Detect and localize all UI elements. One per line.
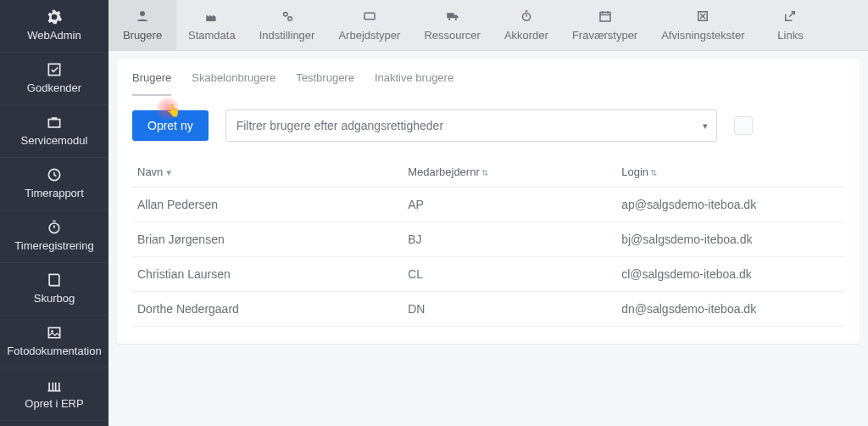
users-tbody: Allan Pedersen AP ap@salgsdemo-iteboa.dk… bbox=[132, 188, 844, 327]
topnav-label: Akkorder bbox=[504, 29, 548, 42]
table-row[interactable]: Christian Laursen CL cl@salgsdemo-iteboa… bbox=[132, 257, 844, 292]
sidebar-item-opret-erp[interactable]: Opret i ERP bbox=[0, 368, 108, 421]
topnav-label: Stamdata bbox=[188, 29, 236, 42]
topnav-label: Brugere bbox=[123, 29, 162, 42]
topnav-item-indstillinger[interactable]: Indstillinger bbox=[248, 0, 327, 50]
users-table: Navn▼ Medarbejdernr⇅ Login⇅ Allan Peders… bbox=[132, 157, 844, 327]
col-header-name[interactable]: Navn▼ bbox=[132, 157, 403, 188]
svg-rect-7 bbox=[364, 13, 375, 20]
sidebar-item-label: Skurbog bbox=[34, 292, 75, 305]
factory-icon bbox=[204, 8, 220, 24]
reject-icon bbox=[695, 8, 710, 24]
sidebar-item-label: Godkender bbox=[27, 81, 81, 94]
topnav-item-ressourcer[interactable]: Ressourcer bbox=[412, 0, 492, 50]
svg-point-6 bbox=[287, 17, 292, 21]
briefcase-icon bbox=[46, 114, 63, 131]
sub-tabs: Brugere Skabelonbrugere Testbrugere Inak… bbox=[117, 59, 860, 96]
main: Brugere Stamdata Indstillinger Arbejdsty… bbox=[108, 0, 868, 426]
filter-select[interactable]: Filtrer brugere efter adgangsrettigheder bbox=[225, 109, 717, 142]
sort-icon: ⇅ bbox=[650, 168, 657, 177]
svg-point-9 bbox=[454, 19, 456, 20]
stopwatch-icon bbox=[519, 8, 534, 24]
sidebar-item-timerapport[interactable]: Timerapport bbox=[0, 158, 108, 210]
sidebar-item-fotodokumentation[interactable]: Fotodokumentation bbox=[0, 316, 108, 368]
table-row[interactable]: Dorthe Nedergaard DN dn@salgsdemo-iteboa… bbox=[132, 292, 844, 327]
check-square-icon bbox=[46, 61, 63, 78]
sidebar-item-webadmin[interactable]: WebAdmin bbox=[0, 0, 108, 53]
topnav-item-brugere[interactable]: Brugere bbox=[108, 0, 176, 50]
book-icon bbox=[46, 272, 63, 289]
sidebar-item-timeregistrering[interactable]: Timeregistrering bbox=[0, 210, 108, 263]
svg-point-4 bbox=[140, 11, 145, 16]
sidebar-item-skurbog[interactable]: Skurbog bbox=[0, 263, 108, 316]
toggle-checkbox[interactable] bbox=[734, 116, 753, 135]
sidebar-item-label: Fotodokumentation bbox=[7, 345, 101, 357]
topnav-label: Arbejdstyper bbox=[338, 29, 400, 42]
topnav-item-akkorder[interactable]: Akkorder bbox=[492, 0, 560, 50]
sidebar-item-label: Opret i ERP bbox=[25, 397, 83, 410]
truck-icon bbox=[445, 8, 460, 24]
topnav-label: Indstillinger bbox=[259, 29, 315, 42]
content: Brugere Skabelonbrugere Testbrugere Inak… bbox=[117, 59, 860, 344]
stopwatch-icon bbox=[46, 219, 63, 236]
topnav-label: Links bbox=[777, 29, 803, 42]
tab-skabelonbrugere[interactable]: Skabelonbrugere bbox=[192, 71, 275, 96]
svg-rect-11 bbox=[600, 13, 610, 22]
svg-point-5 bbox=[283, 13, 287, 17]
sort-icon: ⇅ bbox=[481, 168, 488, 177]
svg-point-8 bbox=[448, 19, 450, 20]
calendar-icon bbox=[598, 8, 613, 24]
library-icon bbox=[46, 377, 63, 394]
sidebar-item-label: Timeregistrering bbox=[14, 239, 93, 252]
create-button[interactable]: Opret ny bbox=[132, 110, 209, 141]
topnav-item-stamdata[interactable]: Stamdata bbox=[176, 0, 248, 50]
sidebar-item-label: Timerapport bbox=[25, 187, 84, 199]
table-row[interactable]: Allan Pedersen AP ap@salgsdemo-iteboa.dk bbox=[132, 188, 844, 222]
image-icon bbox=[46, 324, 63, 341]
gears-icon bbox=[280, 8, 295, 24]
toolbar: Opret ny Filtrer brugere efter adgangsre… bbox=[117, 96, 860, 149]
gear-icon bbox=[46, 8, 63, 25]
topnav-label: Fraværstyper bbox=[572, 29, 637, 42]
filter-dropdown[interactable]: Filtrer brugere efter adgangsrettigheder bbox=[225, 109, 717, 142]
tab-brugere[interactable]: Brugere bbox=[132, 71, 171, 96]
sidebar-item-godkender[interactable]: Godkender bbox=[0, 53, 108, 105]
sidebar-item-label: WebAdmin bbox=[27, 29, 81, 42]
sidebar-item-label: Servicemodul bbox=[21, 134, 88, 147]
tab-inaktive-brugere[interactable]: Inaktive brugere bbox=[375, 71, 453, 96]
card-icon bbox=[362, 8, 377, 24]
col-header-emp[interactable]: Medarbejdernr⇅ bbox=[403, 157, 616, 188]
topnav-item-arbejdstyper[interactable]: Arbejdstyper bbox=[326, 0, 412, 50]
col-header-login[interactable]: Login⇅ bbox=[616, 157, 844, 188]
sidebar-item-servicemodul[interactable]: Servicemodul bbox=[0, 105, 108, 158]
user-icon bbox=[135, 8, 150, 24]
topnav-label: Afvisningstekster bbox=[661, 29, 744, 42]
tab-testbrugere[interactable]: Testbrugere bbox=[296, 71, 354, 96]
sidebar: WebAdmin Godkender Servicemodul Timerapp… bbox=[0, 0, 108, 426]
svg-rect-2 bbox=[48, 328, 59, 338]
clock-icon bbox=[46, 166, 63, 183]
sidebar-item-ikontrol[interactable]: iKontrol bbox=[0, 421, 108, 426]
topnav-item-fravaerstyper[interactable]: Fraværstyper bbox=[560, 0, 649, 50]
external-icon bbox=[782, 8, 798, 24]
table-row[interactable]: Brian Jørgensen BJ bj@salgsdemo-iteboa.d… bbox=[132, 222, 844, 257]
topnav: Brugere Stamdata Indstillinger Arbejdsty… bbox=[108, 0, 868, 51]
sort-desc-icon: ▼ bbox=[164, 168, 173, 177]
topnav-label: Ressourcer bbox=[424, 29, 480, 42]
topnav-item-links[interactable]: Links bbox=[756, 0, 824, 50]
topnav-item-afvisningstekster[interactable]: Afvisningstekster bbox=[649, 0, 756, 50]
